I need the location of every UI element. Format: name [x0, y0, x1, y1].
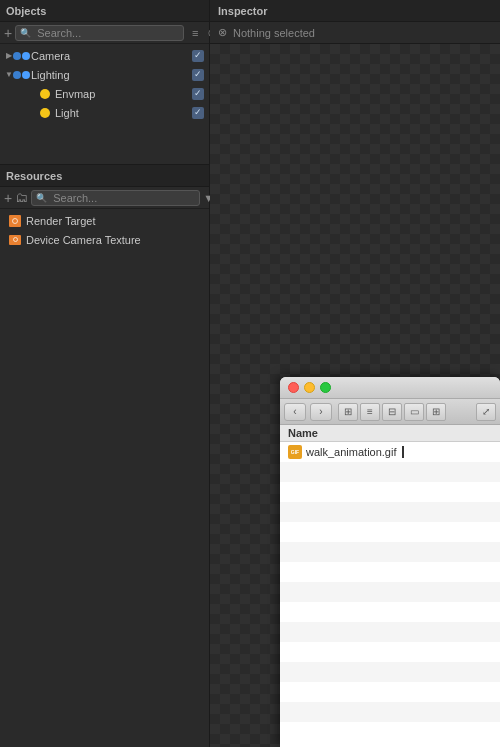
- file-browser-forward-button[interactable]: ›: [310, 403, 332, 421]
- objects-title: Objects: [6, 5, 203, 17]
- light-label: Light: [55, 107, 191, 119]
- close-window-button[interactable]: [288, 382, 299, 393]
- fb-empty-row-7: [280, 582, 500, 602]
- envmap-label: Envmap: [55, 88, 191, 100]
- cover-view-button[interactable]: ▭: [404, 403, 424, 421]
- file-browser-toolbar: ‹ › ⊞ ≡ ⊟ ▭ ⊞ ⤢: [280, 399, 500, 425]
- fb-empty-row-11: [280, 662, 500, 682]
- search-icon: 🔍: [20, 28, 31, 38]
- inspector-status-row: ⊗ Nothing selected: [210, 22, 500, 44]
- camera-visibility[interactable]: ✓: [191, 49, 205, 63]
- file-row-walk-animation[interactable]: GIF walk_animation.gif: [280, 442, 500, 462]
- resources-title: Resources: [6, 170, 203, 182]
- gallery-view-button[interactable]: ⊞: [426, 403, 446, 421]
- objects-toolbar: + 🔍 ≡ ◉ ▼: [0, 22, 209, 44]
- expand-arrow-light: [28, 108, 38, 118]
- tree-item-envmap[interactable]: Envmap ✓: [0, 84, 209, 103]
- nothing-selected-text: Nothing selected: [233, 27, 315, 39]
- fb-empty-row-14: [280, 722, 500, 742]
- objects-search-wrapper: 🔍: [15, 25, 184, 41]
- resources-section-header: Resources: [0, 165, 209, 187]
- file-browser-back-button[interactable]: ‹: [284, 403, 306, 421]
- right-content-area: ‹ › ⊞ ≡ ⊟ ▭ ⊞ ⤢ Name GIF: [210, 44, 500, 747]
- share-button[interactable]: ⤢: [476, 403, 496, 421]
- objects-section-header: Objects: [0, 0, 209, 22]
- lighting-icon: [14, 68, 28, 82]
- device-camera-label: Device Camera Texture: [26, 234, 209, 246]
- resource-item-render-target[interactable]: Render Target: [0, 211, 209, 230]
- resource-group-icon[interactable]: 🗂: [15, 190, 28, 206]
- list-view-button[interactable]: ≡: [360, 403, 380, 421]
- file-browser-view-buttons: ⊞ ≡ ⊟ ▭ ⊞: [338, 403, 446, 421]
- fb-empty-row-10: [280, 642, 500, 662]
- fb-empty-row-5: [280, 542, 500, 562]
- text-cursor: [402, 446, 404, 458]
- fb-empty-row-9: [280, 622, 500, 642]
- render-target-label: Render Target: [26, 215, 209, 227]
- inspector-title: Inspector: [218, 5, 268, 17]
- tree-item-light[interactable]: Light ✓: [0, 103, 209, 122]
- light-icon: [38, 106, 52, 120]
- envmap-icon: [38, 87, 52, 101]
- file-browser-titlebar: [280, 377, 500, 399]
- file-browser-name-header: Name: [280, 425, 500, 442]
- list-view-icon[interactable]: ≡: [187, 25, 203, 41]
- objects-search-input[interactable]: [33, 26, 179, 40]
- add-object-button[interactable]: +: [4, 25, 12, 41]
- right-panel: Inspector ⊗ Nothing selected ‹ › ⊞ ≡ ⊟: [210, 0, 500, 747]
- fb-empty-row-2: [280, 482, 500, 502]
- inspector-header: Inspector: [210, 0, 500, 22]
- add-resource-button[interactable]: +: [4, 190, 12, 206]
- column-view-button[interactable]: ⊟: [382, 403, 402, 421]
- resources-list: Render Target Device Camera Texture: [0, 209, 209, 251]
- envmap-visibility[interactable]: ✓: [191, 87, 205, 101]
- device-camera-icon: [8, 233, 22, 247]
- resource-item-device-camera[interactable]: Device Camera Texture: [0, 230, 209, 249]
- resources-section: Resources + 🗂 🔍 ▼ Render Target: [0, 165, 209, 747]
- tree-item-lighting[interactable]: ▼ Lighting ✓: [0, 65, 209, 84]
- resources-search-input[interactable]: [49, 191, 195, 205]
- lighting-visibility[interactable]: ✓: [191, 68, 205, 82]
- tree-item-camera[interactable]: ▶ Camera ✓: [0, 46, 209, 65]
- file-name-walk-animation: walk_animation.gif: [306, 446, 397, 458]
- minimize-window-button[interactable]: [304, 382, 315, 393]
- light-visibility[interactable]: ✓: [191, 106, 205, 120]
- expand-arrow-envmap: [28, 89, 38, 99]
- gif-icon: GIF: [288, 445, 302, 459]
- resource-search-icon: 🔍: [36, 193, 47, 203]
- fb-empty-row-6: [280, 562, 500, 582]
- fb-empty-row-13: [280, 702, 500, 722]
- camera-label: Camera: [31, 50, 191, 62]
- objects-section: Objects + 🔍 ≡ ◉ ▼ ▶: [0, 0, 209, 165]
- resources-toolbar: + 🗂 🔍 ▼: [0, 187, 209, 209]
- render-target-icon: [8, 214, 22, 228]
- fb-empty-row-8: [280, 602, 500, 622]
- lighting-label: Lighting: [31, 69, 191, 81]
- fb-empty-row-1: [280, 462, 500, 482]
- fb-empty-row-3: [280, 502, 500, 522]
- maximize-window-button[interactable]: [320, 382, 331, 393]
- camera-icon: [14, 49, 28, 63]
- resources-search-wrapper: 🔍: [31, 190, 200, 206]
- inspector-icon: ⊗: [218, 26, 227, 39]
- file-browser-window: ‹ › ⊞ ≡ ⊟ ▭ ⊞ ⤢ Name GIF: [280, 377, 500, 747]
- left-panel: Objects + 🔍 ≡ ◉ ▼ ▶: [0, 0, 210, 747]
- icon-view-button[interactable]: ⊞: [338, 403, 358, 421]
- objects-list: ▶ Camera ✓ ▼: [0, 44, 209, 164]
- fb-empty-row-4: [280, 522, 500, 542]
- file-browser-content[interactable]: GIF walk_animation.gif: [280, 442, 500, 747]
- fb-empty-row-12: [280, 682, 500, 702]
